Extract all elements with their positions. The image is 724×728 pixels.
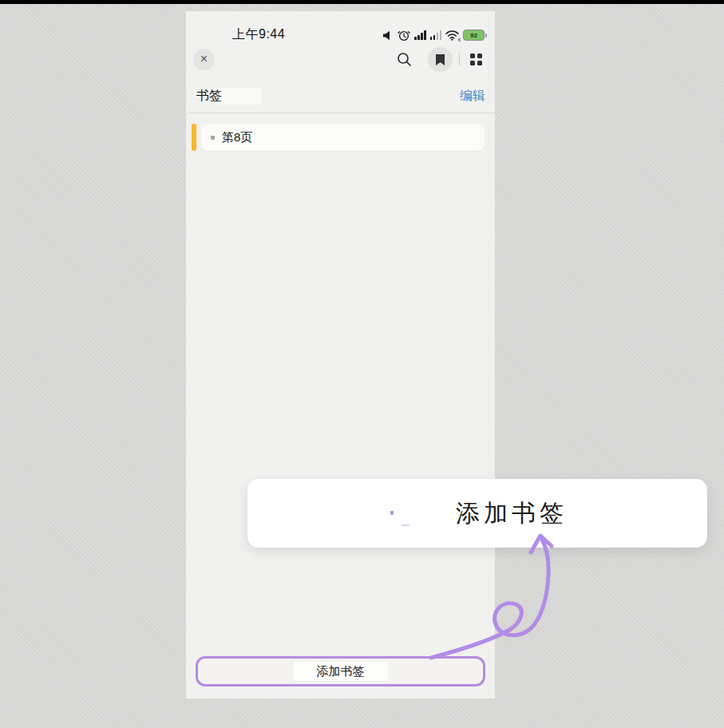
bookmark-item-label: 第8页 <box>222 130 252 145</box>
search-button[interactable] <box>394 49 415 70</box>
close-icon: × <box>200 53 208 65</box>
muted-speaker-icon <box>382 30 394 41</box>
arrowhead-icon <box>531 536 552 552</box>
bookmark-icon <box>435 53 445 66</box>
annotation-arrow <box>415 511 575 671</box>
edit-button[interactable]: 编辑 <box>460 88 485 105</box>
ink-speck <box>402 524 409 526</box>
battery-icon: 92 <box>463 30 485 41</box>
battery-level: 92 <box>470 32 477 39</box>
bookmark-accent-bar <box>192 124 196 151</box>
page-title: 书签 <box>196 88 222 105</box>
status-time: 上午9:44 <box>232 26 285 43</box>
bookmark-list-item[interactable]: 第8页 <box>201 124 485 151</box>
status-icons: 6 92 <box>382 28 485 42</box>
close-button[interactable]: × <box>193 49 215 70</box>
search-icon <box>397 52 412 67</box>
alarm-clock-icon <box>398 30 410 42</box>
grid-menu-icon <box>470 53 475 58</box>
signal-icon <box>414 30 426 40</box>
bullet-icon <box>211 136 215 140</box>
grid-menu-button[interactable] <box>470 53 482 65</box>
top-black-bar <box>0 0 724 4</box>
ink-speck <box>390 511 394 515</box>
nav-divider <box>459 53 460 65</box>
header-divider <box>186 113 495 113</box>
signal-secondary-icon <box>430 30 442 40</box>
wifi-icon: 6 <box>445 30 459 41</box>
screenshot-canvas: 上午9:44 6 <box>0 0 724 728</box>
wifi-standard-label: 6 <box>458 38 461 42</box>
add-bookmark-button-label: 添加书签 <box>317 664 365 679</box>
bookmark-tab-button[interactable] <box>428 47 453 72</box>
